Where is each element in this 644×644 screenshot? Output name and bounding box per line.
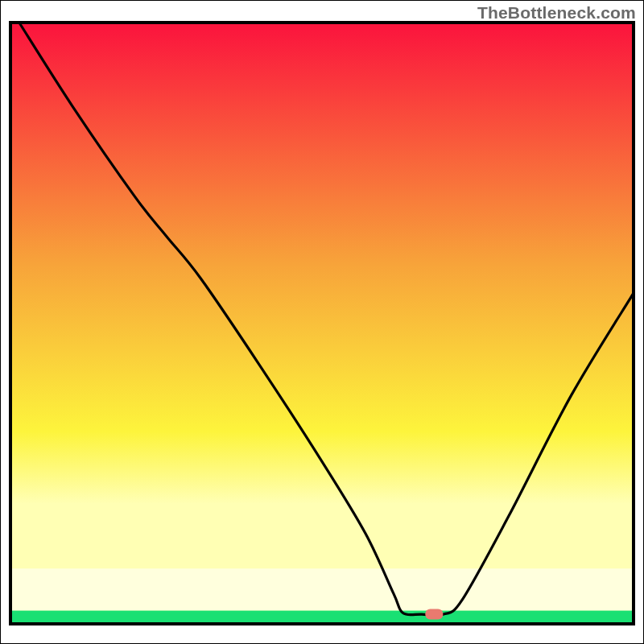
plot-area <box>10 23 634 624</box>
optimal-marker <box>425 609 443 620</box>
near-zero-band <box>10 568 634 610</box>
severity-gradient <box>10 23 634 624</box>
bottleneck-chart <box>0 0 644 644</box>
green-zero-band <box>10 611 634 624</box>
watermark-text: TheBottleneck.com <box>477 3 636 23</box>
